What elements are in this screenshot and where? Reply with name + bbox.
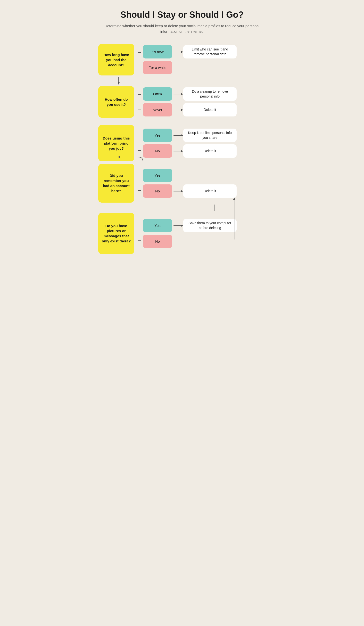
flowchart: How long have you had the account? It's … — [98, 44, 266, 254]
svg-marker-32 — [181, 225, 183, 227]
option-2-1: Often — [143, 87, 172, 101]
options-3: Yes No — [143, 129, 172, 158]
results-5: Save them to your computer before deleti… — [183, 219, 237, 248]
option-4-2: No — [143, 184, 172, 198]
page-subtitle: Determine whether you should keep or del… — [98, 23, 266, 34]
option-5-2: No — [143, 235, 172, 248]
arrow-2-1 — [173, 87, 183, 101]
section-5: Do you have pictures or messages that on… — [98, 213, 266, 254]
result-1-2-empty — [183, 61, 237, 74]
section-1: How long have you had the account? It's … — [98, 44, 266, 76]
result-2-2: Delete it — [183, 103, 237, 117]
option-3-2: No — [143, 144, 172, 158]
arrow-4-2 — [173, 184, 183, 198]
svg-marker-13 — [181, 109, 183, 111]
question-5: Do you have pictures or messages that on… — [98, 213, 134, 254]
vertical-connector-4-5 — [98, 204, 266, 211]
arrows-3 — [173, 129, 183, 158]
question-2: How often do you use it? — [98, 86, 134, 118]
question-1: How long have you had the account? — [98, 44, 134, 76]
section-2: How often do you use it? Often Never Do … — [98, 86, 266, 118]
option-1-1: It's new — [143, 45, 172, 58]
result-4-1-empty — [183, 169, 237, 182]
result-5-2-empty — [183, 235, 237, 248]
arrow-3-2 — [173, 144, 183, 158]
arrows-1 — [173, 45, 183, 74]
arrow-4-1-empty — [173, 169, 183, 182]
arrow-2-2 — [173, 103, 183, 117]
results-3: Keep it but limit personal info you shar… — [183, 129, 237, 158]
arrow-1-1 — [173, 45, 183, 58]
section-5-wrapper: Do you have pictures or messages that on… — [98, 213, 266, 254]
svg-marker-6 — [118, 82, 120, 85]
result-3-1: Keep it but limit personal info you shar… — [183, 129, 237, 142]
brace-3 — [134, 127, 142, 159]
brace-1 — [134, 45, 142, 74]
result-5-1: Save them to your computer before deleti… — [183, 219, 237, 232]
options-4: Yes No — [143, 169, 172, 198]
results-2: Do a cleanup to remove personal info Del… — [183, 87, 237, 117]
option-4-1: Yes — [143, 169, 172, 182]
down-arrow-1 — [116, 77, 266, 87]
results-4: Delete it — [183, 169, 237, 198]
options-2: Often Never — [143, 87, 172, 117]
section-4: Did you remember you had an account here… — [98, 164, 266, 203]
option-5-1: Yes — [143, 219, 172, 232]
result-4-2: Delete it — [183, 184, 237, 198]
option-1-2: For a while — [143, 61, 172, 74]
options-1: It's new For a while — [143, 45, 172, 74]
question-3: Does using this platform bring you joy? — [98, 125, 134, 161]
arrow-3-1 — [173, 129, 183, 142]
spacer-2 — [98, 211, 266, 213]
svg-marker-11 — [181, 93, 183, 95]
page-title: Should I Stay or Should I Go? — [98, 10, 266, 20]
question-4: Did you remember you had an account here… — [98, 164, 134, 203]
result-3-2: Delete it — [183, 144, 237, 158]
brace-4 — [134, 167, 142, 199]
result-2-1: Do a cleanup to remove personal info — [183, 87, 237, 101]
arrow-5-2-line — [173, 235, 183, 248]
section-3: Does using this platform bring you joy? … — [98, 125, 266, 161]
result-1-1: Limit who can see it and remove personal… — [183, 45, 237, 58]
brace-5 — [134, 216, 142, 250]
option-2-2: Never — [143, 103, 172, 117]
arrow-5-1 — [173, 219, 183, 232]
results-1: Limit who can see it and remove personal… — [183, 45, 237, 74]
arrows-2 — [173, 87, 183, 117]
svg-marker-4 — [181, 51, 183, 53]
spacer-1 — [98, 120, 266, 125]
section-4-wrapper: Did you remember you had an account here… — [98, 164, 266, 203]
svg-marker-20 — [181, 150, 183, 152]
arrows-4 — [173, 169, 183, 198]
brace-2 — [134, 87, 142, 117]
option-3-1: Yes — [143, 129, 172, 142]
options-5: Yes No — [143, 219, 172, 248]
svg-marker-18 — [181, 134, 183, 136]
svg-marker-26 — [181, 190, 183, 192]
arrows-5 — [173, 219, 183, 248]
arrow-1-2-spacer — [173, 61, 183, 74]
